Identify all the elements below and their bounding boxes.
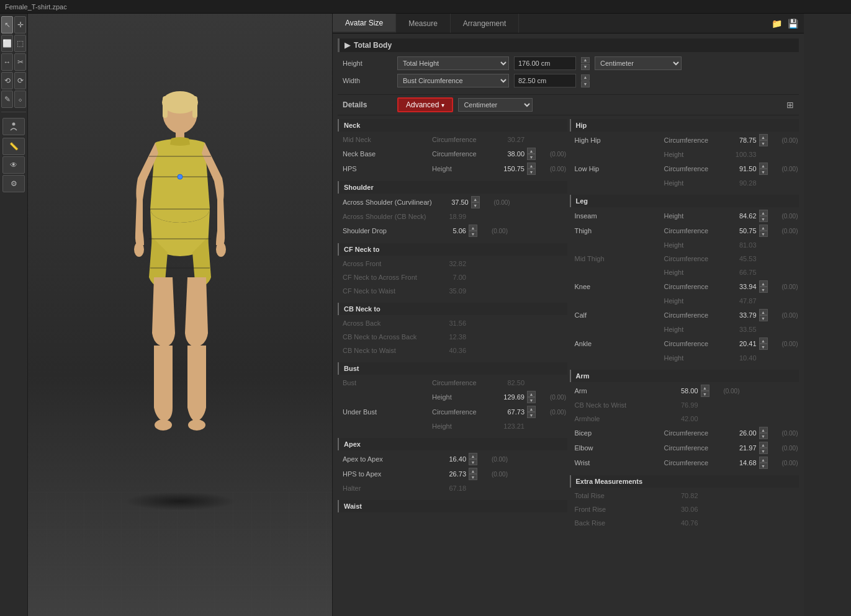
under-bust-spin-up[interactable]: ▲: [527, 406, 536, 412]
cut-tool[interactable]: ✂: [14, 53, 26, 71]
elbow-row: Elbow Circumference 21.97 ▲ ▼ (0.00): [570, 440, 799, 455]
width-spinner[interactable]: ▲ ▼: [581, 74, 590, 87]
wrist-spinner[interactable]: ▲ ▼: [759, 457, 768, 469]
knee-spin-down[interactable]: ▼: [759, 287, 768, 293]
width-row: Width Bust Circumference 82.50 cm ▲ ▼: [338, 72, 799, 89]
inseam-spin-down[interactable]: ▼: [759, 216, 768, 222]
apex-to-apex-spinner[interactable]: ▲ ▼: [469, 453, 477, 465]
ankle-spin-up[interactable]: ▲: [759, 337, 768, 344]
grid-view-icon[interactable]: ⊞: [786, 100, 794, 110]
details-unit-select[interactable]: Centimeter: [458, 98, 533, 112]
measure-tool[interactable]: 📏: [2, 138, 25, 155]
width-spin-up[interactable]: ▲: [581, 74, 590, 81]
apex-to-apex-spin-down[interactable]: ▼: [469, 459, 477, 465]
high-hip-spinner[interactable]: ▲ ▼: [759, 134, 768, 146]
bust-height-spin-down[interactable]: ▼: [527, 397, 536, 403]
under-bust-spinner[interactable]: ▲ ▼: [527, 406, 536, 418]
across-shoulder-spin-down[interactable]: ▼: [471, 202, 480, 208]
calf-spin-up[interactable]: ▲: [759, 309, 768, 315]
tab-measure[interactable]: Measure: [396, 14, 451, 33]
height-measurement-select[interactable]: Total Height: [397, 56, 509, 70]
apex-section: Apex Apex to Apex 16.40 ▲ ▼ (0.00): [338, 438, 567, 495]
knee-spinner[interactable]: ▲ ▼: [759, 280, 768, 293]
hps-spin-down[interactable]: ▼: [527, 169, 536, 175]
low-hip-spin-down[interactable]: ▼: [759, 169, 768, 175]
bicep-spinner[interactable]: ▲ ▼: [759, 427, 768, 439]
shoulder-drop-spin-up[interactable]: ▲: [469, 225, 477, 231]
bust-height-spinner[interactable]: ▲ ▼: [527, 391, 536, 403]
view-tool[interactable]: 👁: [2, 156, 25, 174]
tab-avatar-size[interactable]: Avatar Size: [333, 14, 396, 33]
neck-base-spinner[interactable]: ▲ ▼: [527, 148, 536, 160]
ankle-spinner[interactable]: ▲ ▼: [759, 337, 768, 350]
low-hip-spin-up[interactable]: ▲: [759, 163, 768, 169]
wrist-spin-up[interactable]: ▲: [759, 457, 768, 463]
thigh-height-row: Height 81.03: [570, 238, 799, 252]
across-shoulder-spinner[interactable]: ▲ ▼: [471, 196, 480, 208]
extra-measurements-section: Extra Measurements Total Rise 70.82 Fron…: [570, 475, 799, 530]
folder-icon[interactable]: 📁: [770, 17, 783, 30]
hps-spin-up[interactable]: ▲: [527, 163, 536, 169]
height-spinner[interactable]: ▲ ▼: [581, 57, 590, 70]
pen-tool[interactable]: ✎: [1, 91, 13, 108]
arm-spinner[interactable]: ▲ ▼: [701, 385, 709, 397]
bust-height-spin-up[interactable]: ▲: [527, 391, 536, 397]
panel-content[interactable]: ▶ Total Body Height Total Height 176.00 …: [333, 33, 804, 616]
rotate-right-tool[interactable]: ⟳: [14, 72, 26, 89]
inseam-spin-up[interactable]: ▲: [759, 210, 768, 216]
avatar-figure: [112, 85, 248, 470]
tab-arrangement[interactable]: Arrangement: [451, 14, 519, 33]
high-hip-spin-down[interactable]: ▼: [759, 140, 768, 146]
calf-spinner[interactable]: ▲ ▼: [759, 309, 768, 321]
hps-to-apex-spin-down[interactable]: ▼: [469, 474, 477, 480]
move-tool[interactable]: ✛: [14, 16, 26, 33]
bicep-spin-up[interactable]: ▲: [759, 427, 768, 433]
hps-spinner[interactable]: ▲ ▼: [527, 163, 536, 175]
scale-tool[interactable]: ↔: [1, 53, 13, 71]
inseam-spinner[interactable]: ▲ ▼: [759, 210, 768, 222]
width-measurement-select[interactable]: Bust Circumference: [397, 74, 509, 87]
low-hip-height-row: Height 90.28: [570, 176, 799, 190]
elbow-spin-down[interactable]: ▼: [759, 448, 768, 454]
shoulder-drop-spinner[interactable]: ▲ ▼: [469, 225, 477, 237]
height-unit-select[interactable]: Centimeter: [595, 56, 682, 70]
hps-to-apex-spin-up[interactable]: ▲: [469, 468, 477, 474]
knee-spin-up[interactable]: ▲: [759, 280, 768, 287]
arm-spin-down[interactable]: ▼: [701, 391, 709, 397]
viewport-3d[interactable]: [28, 14, 332, 616]
neck-base-spin-down[interactable]: ▼: [527, 154, 536, 160]
across-shoulder-spin-up[interactable]: ▲: [471, 196, 480, 202]
height-spin-up[interactable]: ▲: [581, 57, 590, 63]
save-icon[interactable]: 💾: [786, 17, 799, 30]
arm-spin-up[interactable]: ▲: [701, 385, 709, 391]
avatar-tool[interactable]: [2, 118, 25, 135]
elbow-spinner[interactable]: ▲ ▼: [759, 442, 768, 454]
neck-base-spin-up[interactable]: ▲: [527, 148, 536, 154]
settings-tool[interactable]: ⚙: [2, 175, 25, 192]
shoulder-drop-spin-down[interactable]: ▼: [469, 231, 477, 237]
low-hip-spinner[interactable]: ▲ ▼: [759, 163, 768, 175]
advanced-dropdown-button[interactable]: Advanced ▾: [397, 97, 453, 112]
height-spin-down[interactable]: ▼: [581, 64, 590, 70]
thigh-spinner[interactable]: ▲ ▼: [759, 225, 768, 237]
hps-to-apex-spinner[interactable]: ▲ ▼: [469, 468, 477, 480]
apex-to-apex-spin-up[interactable]: ▲: [469, 453, 477, 459]
svg-point-8: [216, 242, 226, 257]
rotate-left-tool[interactable]: ⟲: [1, 72, 13, 89]
wrist-spin-down[interactable]: ▼: [759, 463, 768, 469]
node-tool[interactable]: ⬦: [14, 91, 26, 108]
ankle-spin-down[interactable]: ▼: [759, 344, 768, 350]
cf-neck-across-front-row: CF Neck to Across Front 7.00: [338, 270, 567, 284]
thigh-spin-down[interactable]: ▼: [759, 231, 768, 237]
width-spin-down[interactable]: ▼: [581, 81, 590, 87]
width-value: 82.50 cm: [514, 74, 576, 87]
under-bust-spin-down[interactable]: ▼: [527, 412, 536, 418]
calf-spin-down[interactable]: ▼: [759, 315, 768, 321]
select-tool[interactable]: ↖: [1, 16, 13, 33]
lasso-tool[interactable]: ⬚: [14, 35, 26, 52]
bicep-spin-down[interactable]: ▼: [759, 433, 768, 439]
thigh-spin-up[interactable]: ▲: [759, 225, 768, 231]
box-select-tool[interactable]: ⬜: [1, 35, 13, 52]
high-hip-spin-up[interactable]: ▲: [759, 134, 768, 140]
elbow-spin-up[interactable]: ▲: [759, 442, 768, 448]
